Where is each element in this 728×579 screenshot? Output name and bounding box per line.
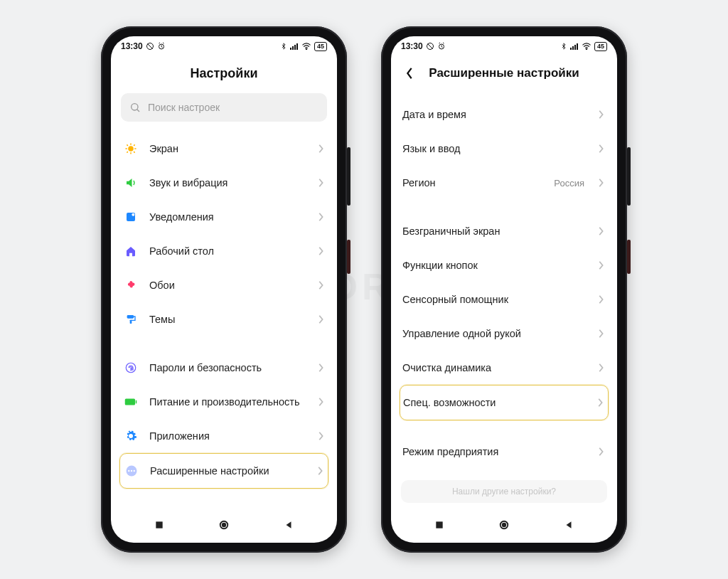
row-apps[interactable]: Приложения xyxy=(119,419,328,453)
row-security[interactable]: Пароли и безопасность xyxy=(119,351,328,385)
row-fullscreen-display[interactable]: Безграничный экран xyxy=(400,214,609,248)
row-label: Дата и время xyxy=(402,109,587,120)
fingerprint-icon xyxy=(122,359,139,376)
row-label: Регион xyxy=(402,177,544,188)
row-button-functions[interactable]: Функции кнопок xyxy=(400,248,609,282)
row-label: Сенсорный помощник xyxy=(402,294,587,305)
status-bar: 13:30 45 xyxy=(391,36,617,56)
row-battery-perf[interactable]: Питание и производительность xyxy=(119,385,328,419)
row-display[interactable]: Экран xyxy=(119,132,328,166)
svg-rect-4 xyxy=(294,45,296,50)
page-title: Настройки xyxy=(191,66,258,81)
paint-roller-icon xyxy=(122,311,139,328)
row-label: Питание и производительность xyxy=(149,396,307,408)
chevron-right-icon xyxy=(597,260,604,270)
row-themes[interactable]: Темы xyxy=(119,302,328,336)
row-advanced-settings[interactable]: Расширенные настройки xyxy=(119,453,328,489)
status-time: 13:30 xyxy=(121,41,143,51)
chevron-right-icon xyxy=(317,397,324,407)
signal-icon xyxy=(570,43,579,50)
row-label: Очистка динамика xyxy=(402,362,587,373)
svg-point-32 xyxy=(503,524,506,527)
battery-level: 45 xyxy=(314,42,327,51)
svg-point-17 xyxy=(128,470,129,472)
power-button-physical xyxy=(347,240,350,274)
nav-recents[interactable] xyxy=(425,516,454,533)
svg-point-6 xyxy=(306,49,306,50)
back-button[interactable] xyxy=(400,63,419,83)
search-icon xyxy=(129,102,141,113)
row-value: Россия xyxy=(554,178,584,188)
alarm-icon xyxy=(157,42,166,51)
svg-rect-25 xyxy=(570,48,572,50)
search-placeholder: Поиск настроек xyxy=(148,102,220,113)
row-label: Режим предприятия xyxy=(402,446,587,457)
nav-home[interactable] xyxy=(210,516,238,533)
svg-rect-5 xyxy=(296,43,298,50)
page-title: Расширенные настройки xyxy=(429,66,579,80)
footer-hint: Нашли другие настройки? xyxy=(401,480,607,503)
dnd-icon xyxy=(426,42,434,51)
row-quick-ball[interactable]: Сенсорный помощник xyxy=(400,282,609,317)
power-button-physical xyxy=(627,240,631,274)
row-region[interactable]: Регион Россия xyxy=(400,166,609,200)
row-wallpaper[interactable]: Обои xyxy=(119,268,328,302)
row-sound[interactable]: Звук и вибрация xyxy=(119,166,328,200)
status-time: 13:30 xyxy=(401,41,423,51)
row-label: Приложения xyxy=(149,430,307,442)
row-enterprise-mode[interactable]: Режим предприятия xyxy=(400,435,609,469)
chevron-right-icon xyxy=(597,363,604,373)
row-label: Экран xyxy=(149,143,307,154)
svg-rect-28 xyxy=(577,43,578,50)
svg-point-22 xyxy=(223,524,226,527)
row-date-time[interactable]: Дата и время xyxy=(400,97,609,132)
row-label: Безграничный экран xyxy=(402,225,587,237)
device-left: 13:30 45 Настройки Поиск xyxy=(101,26,347,553)
search-input[interactable]: Поиск настроек xyxy=(121,93,327,122)
device-right: 13:30 45 Расширенные настройки xyxy=(381,26,627,553)
chevron-right-icon xyxy=(596,398,604,408)
row-language-input[interactable]: Язык и ввод xyxy=(400,132,609,166)
svg-rect-3 xyxy=(292,46,294,50)
svg-rect-27 xyxy=(574,45,576,50)
volume-rocker xyxy=(347,147,350,206)
chevron-left-icon xyxy=(405,67,414,80)
flower-icon xyxy=(122,277,139,294)
svg-point-7 xyxy=(132,104,138,110)
screen-left: 13:30 45 Настройки Поиск xyxy=(111,36,337,543)
row-notifications[interactable]: Уведомления xyxy=(119,200,328,234)
row-label: Обои xyxy=(149,280,307,291)
svg-rect-2 xyxy=(290,48,291,50)
svg-point-8 xyxy=(128,146,134,152)
alarm-icon xyxy=(437,42,446,51)
row-one-handed[interactable]: Управление одной рукой xyxy=(400,317,609,351)
nav-home[interactable] xyxy=(490,516,518,533)
row-homescreen[interactable]: Рабочий стол xyxy=(119,234,328,268)
speaker-icon xyxy=(122,174,139,191)
sun-icon xyxy=(122,140,139,157)
row-label: Пароли и безопасность xyxy=(149,362,307,373)
chevron-right-icon xyxy=(597,110,604,119)
row-label: Уведомления xyxy=(149,211,307,223)
chevron-right-icon xyxy=(597,294,604,304)
chevron-right-icon xyxy=(597,226,604,236)
nav-back[interactable] xyxy=(274,516,303,533)
svg-point-10 xyxy=(132,213,134,216)
row-label: Расширенные настройки xyxy=(150,465,306,477)
notification-icon xyxy=(122,208,139,225)
home-icon xyxy=(122,243,139,260)
chevron-right-icon xyxy=(597,178,604,188)
chevron-right-icon xyxy=(317,144,324,154)
svg-rect-14 xyxy=(125,399,135,405)
svg-point-29 xyxy=(586,49,587,50)
row-label: Язык и ввод xyxy=(402,143,587,154)
nav-recents[interactable] xyxy=(145,516,173,533)
nav-back[interactable] xyxy=(555,516,583,533)
chevron-right-icon xyxy=(317,178,324,188)
svg-rect-20 xyxy=(156,521,162,528)
battery-icon xyxy=(122,393,139,410)
chevron-right-icon xyxy=(597,447,604,457)
row-clear-speaker[interactable]: Очистка динамика xyxy=(400,351,609,385)
system-nav xyxy=(111,510,337,543)
row-accessibility[interactable]: Спец. возможности xyxy=(400,385,609,420)
